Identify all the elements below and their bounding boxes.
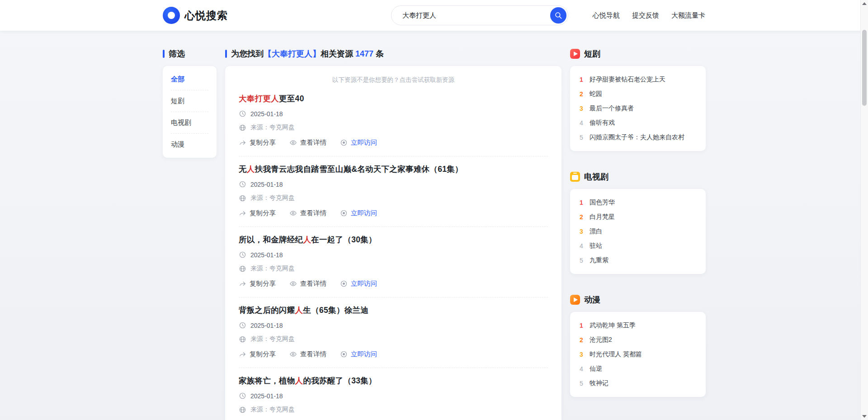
rank-item-label: 牧神记 xyxy=(590,379,609,387)
rank-item[interactable]: 4偷听有戏 xyxy=(578,116,698,130)
visit-link[interactable]: 立即访问 xyxy=(340,279,377,288)
result-source-row: 来源：夸克网盘 xyxy=(239,406,548,414)
rank-item[interactable]: 1国色芳华 xyxy=(578,195,698,210)
result-item: 家族将亡，植物人的我苏醒了（33集） 2025-01-18 来源：夸克网盘 复制… xyxy=(239,368,548,420)
rank-item[interactable]: 2白月梵星 xyxy=(578,210,698,224)
play-circle-icon xyxy=(340,139,348,146)
rank-item[interactable]: 1武动乾坤 第五季 xyxy=(578,318,698,333)
rank-list: 1好孕甜妻被钻石老公宠上天2蛇园3最后一个修真者4偷听有戏5闪婚京圈太子爷：夫人… xyxy=(578,72,698,145)
rank-item-label: 漂白 xyxy=(590,227,602,236)
filter-item-电视剧[interactable]: 电视剧 xyxy=(171,112,208,134)
visit-label: 立即访问 xyxy=(351,279,377,288)
visit-link[interactable]: 立即访问 xyxy=(340,209,377,217)
tv-yellow-icon xyxy=(570,172,580,182)
rank-item[interactable]: 5牧神记 xyxy=(578,376,698,391)
play-circle-icon xyxy=(340,209,348,217)
view-detail-link[interactable]: 查看详情 xyxy=(289,138,326,147)
rank-item[interactable]: 2蛇园 xyxy=(578,87,698,101)
rank-item[interactable]: 1好孕甜妻被钻石老公宠上天 xyxy=(578,72,698,87)
result-date: 2025-01-18 xyxy=(250,322,283,329)
result-title[interactable]: 背叛之后的闪耀人生（65集）徐兰迪 xyxy=(239,305,548,316)
result-source: 来源：夸克网盘 xyxy=(250,264,295,273)
title-text: 家族将亡，植物 xyxy=(239,376,295,385)
eye-icon xyxy=(289,209,297,217)
copy-share-link[interactable]: 复制分享 xyxy=(239,350,276,359)
search-input[interactable] xyxy=(391,5,568,25)
scroll-down-button[interactable] xyxy=(862,415,867,418)
scroll-up-button[interactable] xyxy=(862,2,867,5)
result-title[interactable]: 所以，和金牌经纪人在一起了（30集） xyxy=(239,234,548,245)
view-detail-label: 查看详情 xyxy=(300,138,326,147)
filter-item-动漫[interactable]: 动漫 xyxy=(171,134,208,155)
scrollbar-thumb[interactable] xyxy=(862,30,867,106)
rank-card: 1好孕甜妻被钻石老公宠上天2蛇园3最后一个修真者4偷听有戏5闪婚京圈太子爷：夫人… xyxy=(570,66,706,151)
search-button[interactable] xyxy=(550,7,566,24)
rank-card: 1武动乾坤 第五季2沧元图23时光代理人 英都篇4仙逆5牧神记 xyxy=(570,312,706,397)
rank-item-label: 国色芳华 xyxy=(590,198,615,207)
rank-item[interactable]: 5九重紫 xyxy=(578,253,698,268)
rank-number: 4 xyxy=(578,119,585,127)
rank-item[interactable]: 3时光代理人 英都篇 xyxy=(578,347,698,362)
result-title[interactable]: 无人扶我青云志我自踏雪至山巅&名动天下之家事难休（61集） xyxy=(239,164,548,175)
rank-number: 1 xyxy=(578,322,585,329)
title-text: 的我苏醒了（33集） xyxy=(303,376,376,385)
view-detail-link[interactable]: 查看详情 xyxy=(289,350,326,359)
copy-share-link[interactable]: 复制分享 xyxy=(239,279,276,288)
rank-item[interactable]: 4驻站 xyxy=(578,239,698,253)
header-inner: 心悦搜索 心悦导航 提交反馈 大额流量卡 xyxy=(163,5,705,25)
rank-number: 1 xyxy=(578,199,585,206)
rank-number: 2 xyxy=(578,213,585,221)
rank-item[interactable]: 4仙逆 xyxy=(578,362,698,376)
result-date-row: 2025-01-18 xyxy=(239,110,548,118)
title-text: 所以，和金牌经纪 xyxy=(239,235,303,244)
nav-link-navigation[interactable]: 心悦导航 xyxy=(593,11,620,20)
nav-link-feedback[interactable]: 提交反馈 xyxy=(632,11,659,20)
result-item: 所以，和金牌经纪人在一起了（30集） 2025-01-18 来源：夸克网盘 复制… xyxy=(239,227,548,297)
rank-number: 3 xyxy=(578,351,585,358)
visit-link[interactable]: 立即访问 xyxy=(340,138,377,147)
refresh-notice[interactable]: 以下资源不是你想要的？点击尝试获取新资源 xyxy=(239,76,548,84)
rank-item[interactable]: 2沧元图2 xyxy=(578,333,698,347)
view-detail-link[interactable]: 查看详情 xyxy=(289,209,326,217)
clock-icon xyxy=(239,180,246,188)
copy-share-link[interactable]: 复制分享 xyxy=(239,138,276,147)
nav-link-data-card[interactable]: 大额流量卡 xyxy=(671,11,705,20)
rank-number: 3 xyxy=(578,228,585,235)
result-source: 来源：夸克网盘 xyxy=(250,123,295,132)
globe-icon xyxy=(239,406,246,414)
search-bar xyxy=(391,5,568,25)
result-date-row: 2025-01-18 xyxy=(239,392,548,400)
filter-item-全部[interactable]: 全部 xyxy=(171,69,208,90)
scrollbar[interactable] xyxy=(860,0,868,420)
rank-item[interactable]: 3漂白 xyxy=(578,224,698,239)
rank-title: 电视剧 xyxy=(584,171,609,182)
rank-item[interactable]: 3最后一个修真者 xyxy=(578,101,698,116)
result-actions: 复制分享 查看详情 立即访问 xyxy=(239,209,548,217)
visit-label: 立即访问 xyxy=(351,138,377,147)
result-source-row: 来源：夸克网盘 xyxy=(239,335,548,343)
heading-count: 1477 xyxy=(355,49,373,58)
title-text: 更至40 xyxy=(279,94,304,103)
rank-item-label: 白月梵星 xyxy=(590,213,615,221)
visit-label: 立即访问 xyxy=(351,350,377,359)
results-column: 为您找到【大奉打更人】相关资源 1477 条 以下资源不是你想要的？点击尝试获取… xyxy=(225,48,561,420)
rank-item[interactable]: 5闪婚京圈太子爷：夫人她来自农村 xyxy=(578,130,698,145)
rank-item-label: 闪婚京圈太子爷：夫人她来自农村 xyxy=(590,133,684,142)
result-title[interactable]: 大奉打更人更至40 xyxy=(239,93,548,104)
globe-icon xyxy=(239,265,246,273)
result-date-row: 2025-01-18 xyxy=(239,180,548,188)
visit-link[interactable]: 立即访问 xyxy=(340,350,377,359)
result-source: 来源：夸克网盘 xyxy=(250,335,295,343)
eye-icon xyxy=(289,280,297,288)
main-content: 筛选 全部短剧电视剧动漫 为您找到【大奉打更人】相关资源 1477 条 以下资源… xyxy=(163,31,705,420)
clock-icon xyxy=(239,251,246,259)
logo[interactable]: 心悦搜索 xyxy=(163,7,228,24)
view-detail-link[interactable]: 查看详情 xyxy=(289,279,326,288)
copy-share-label: 复制分享 xyxy=(250,350,276,359)
result-title[interactable]: 家族将亡，植物人的我苏醒了（33集） xyxy=(239,375,548,386)
rank-list: 1国色芳华2白月梵星3漂白4驻站5九重紫 xyxy=(578,195,698,268)
rank-title: 短剧 xyxy=(584,48,600,59)
rank-section: 电视剧 1国色芳华2白月梵星3漂白4驻站5九重紫 xyxy=(570,171,706,274)
copy-share-link[interactable]: 复制分享 xyxy=(239,209,276,217)
filter-item-短剧[interactable]: 短剧 xyxy=(171,90,208,112)
